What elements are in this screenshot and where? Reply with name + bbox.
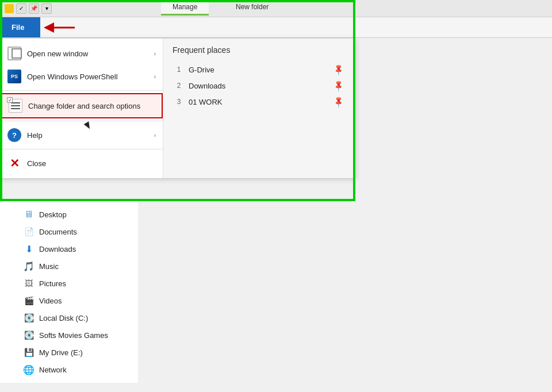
pin-icon-3: 📌 [332, 95, 345, 108]
pin-icon-1: 📌 [332, 63, 345, 76]
music-icon: 🎵 [23, 260, 34, 272]
frequent-item-3[interactable]: 3 01 WORK 📌 [172, 94, 346, 110]
downloads-icon: ⬇ [23, 243, 34, 255]
sidebar-label-pictures: Pictures [39, 279, 129, 288]
sidebar-item-music[interactable]: 🎵 Music [0, 258, 138, 275]
sidebar-item-documents[interactable]: 📄 Documents [0, 223, 138, 240]
menu-item-powershell[interactable]: PS Open Windows PowerShell › [1, 65, 163, 88]
documents-icon: 📄 [23, 226, 34, 237]
menu-divider-2 [1, 121, 163, 121]
menu-item-close[interactable]: ✕ Close [1, 152, 163, 175]
sidebar-item-desktop[interactable]: 🖥 Desktop [0, 206, 138, 223]
sidebar-label-network: Network [39, 366, 129, 374]
sidebar-label-softs-movies: Softs Movies Games [39, 331, 129, 340]
quick-access-pin[interactable]: 📌 [29, 3, 39, 14]
close-icon: ✕ [7, 156, 21, 170]
sidebar-label-desktop: Desktop [39, 210, 129, 219]
frequent-item-2[interactable]: 2 Downloads 📌 [172, 78, 346, 94]
frequent-item-1[interactable]: 1 G-Drive 📌 [172, 62, 346, 78]
sidebar-label-my-drive: My Drive (E:) [39, 348, 129, 357]
sidebar-item-downloads[interactable]: ⬇ Downloads [0, 240, 138, 258]
desktop-icon: 🖥 [23, 209, 34, 220]
sidebar-label-downloads: Downloads [39, 245, 129, 253]
red-arrow-annotation [43, 21, 78, 34]
sidebar-item-my-drive[interactable]: 💾 My Drive (E:) [0, 344, 138, 361]
videos-icon: 🎬 [23, 295, 34, 306]
menu-divider-3 [1, 149, 163, 149]
frequent-num-2: 2 [175, 82, 183, 90]
file-tab-bar: File [0, 17, 552, 38]
sidebar-item-videos[interactable]: 🎬 Videos [0, 292, 138, 309]
sidebar-label-videos: Videos [39, 297, 129, 305]
pictures-icon: 🖼 [23, 278, 34, 289]
my-drive-icon: 💾 [23, 347, 34, 358]
app-icon [5, 4, 14, 13]
frequent-places-title: Frequent places [172, 45, 346, 55]
menu-label-change-folder: Change folder and search options [28, 102, 155, 110]
sidebar-item-pictures[interactable]: 🖼 Pictures [0, 275, 138, 292]
local-disk-icon: 💽 [23, 312, 34, 324]
powershell-icon: PS [7, 70, 21, 83]
softs-movies-icon: 💽 [23, 329, 34, 341]
new-window-icon [7, 47, 21, 60]
file-menu-dropdown: Open new window › PS Open Windows PowerS… [0, 38, 355, 179]
menu-label-powershell: Open Windows PowerShell [27, 72, 148, 81]
title-bar: ✓ 📌 ▾ Manage New folder [0, 0, 552, 17]
network-icon: 🌐 [23, 364, 34, 375]
menu-label-help: Help [27, 131, 148, 140]
menu-arrow-powershell: › [154, 74, 156, 80]
sidebar-label-local-disk: Local Disk (C:) [39, 314, 129, 322]
frequent-name-1: G-Drive [189, 66, 328, 74]
frequent-name-2: Downloads [189, 82, 328, 90]
pin-icon-2: 📌 [332, 79, 345, 92]
menu-right-panel: Frequent places 1 G-Drive 📌 2 Downloads … [163, 39, 355, 178]
sidebar-label-documents: Documents [39, 228, 129, 236]
quick-access-check[interactable]: ✓ [16, 3, 26, 14]
menu-item-change-folder[interactable]: ✓ Change folder and search options [1, 93, 163, 118]
sidebar-navigation: 🖥 Desktop 📄 Documents ⬇ Downloads 🎵 Musi… [0, 201, 138, 383]
ribbon-new-folder[interactable]: New folder [224, 0, 280, 14]
quick-access-down[interactable]: ▾ [41, 3, 52, 14]
folder-options-icon: ✓ [9, 99, 22, 113]
frequent-num-3: 3 [175, 98, 183, 106]
frequent-num-1: 1 [175, 66, 183, 74]
sidebar-item-softs-movies[interactable]: 💽 Softs Movies Games [0, 326, 138, 344]
file-tab-button[interactable]: File [0, 17, 40, 37]
sidebar-item-local-disk[interactable]: 💽 Local Disk (C:) [0, 309, 138, 326]
sidebar-label-music: Music [39, 262, 129, 271]
ribbon-manage-tab[interactable]: Manage [161, 0, 209, 16]
menu-label-open-new-window: Open new window [27, 49, 148, 58]
menu-item-open-new-window[interactable]: Open new window › [1, 42, 163, 65]
menu-arrow-open-new-window: › [154, 51, 156, 57]
menu-item-help[interactable]: ? Help › [1, 124, 163, 147]
menu-left-panel: Open new window › PS Open Windows PowerS… [1, 39, 163, 178]
menu-label-close: Close [27, 159, 156, 168]
frequent-name-3: 01 WORK [189, 98, 328, 106]
menu-arrow-help: › [154, 132, 156, 139]
menu-divider-1 [1, 90, 163, 91]
help-icon: ? [7, 128, 21, 142]
sidebar-item-network[interactable]: 🌐 Network [0, 361, 138, 378]
